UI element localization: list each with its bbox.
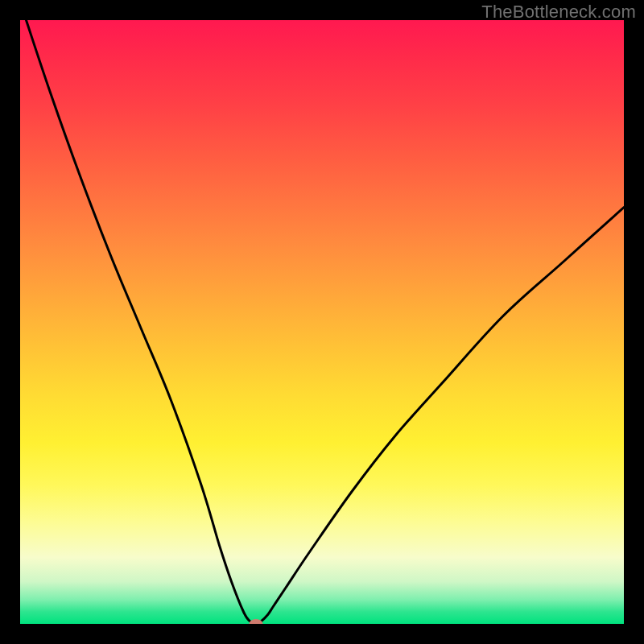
chart-frame: TheBottleneck.com: [0, 0, 644, 644]
watermark-text: TheBottleneck.com: [481, 2, 636, 23]
optimal-point-marker: [249, 619, 262, 624]
bottleneck-curve: [20, 20, 624, 624]
plot-area: [20, 20, 624, 624]
